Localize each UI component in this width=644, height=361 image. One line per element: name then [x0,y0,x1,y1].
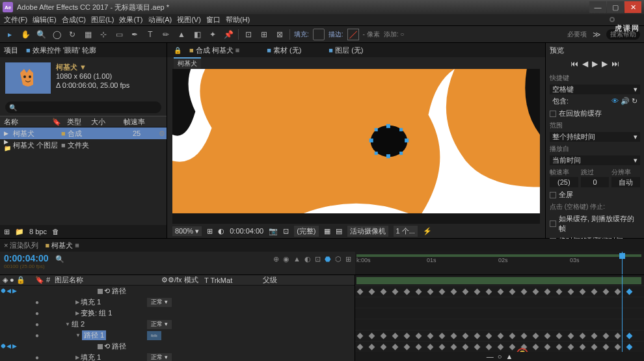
text-tool-icon[interactable]: T [144,29,156,40]
align-icon[interactable]: ⊡ [243,29,254,40]
fill-swatch[interactable] [313,29,325,40]
stroke-swatch[interactable] [347,29,359,40]
kf-row[interactable] [355,297,644,308]
col-trkmat[interactable]: T TrkMat [204,276,263,284]
last-frame-icon[interactable]: ⏭ [611,59,619,68]
col-fps[interactable]: 帧速率 [124,117,156,127]
comp-thumbnail[interactable] [5,62,51,94]
trash-icon[interactable]: 🗑 [52,228,59,235]
col-type[interactable]: 🔖 类型 [52,117,91,127]
fast-preview-icon[interactable]: ⚡ [423,227,432,235]
zoom-out-icon[interactable]: — [487,353,494,360]
timecode[interactable]: 0:00:04:00 [4,253,49,263]
comp-viewer[interactable] [172,69,540,224]
col-name[interactable]: 名称 [0,117,52,127]
snapshot-icon[interactable]: 📷 [269,227,278,235]
menu-edit[interactable]: 编辑(E) [31,14,58,25]
menu-comp[interactable]: 合成(C) [60,14,87,25]
roto-tool-icon[interactable]: ✦ [207,29,219,40]
tl-icon[interactable]: ◉ [283,255,289,263]
camera-tool-icon[interactable]: ▦ [82,29,94,40]
tab-render-queue[interactable]: × 渲染队列 [4,241,38,250]
res-dropdown[interactable]: 自动 [611,177,640,187]
zoom-slider[interactable]: ○ [498,353,502,360]
region-icon[interactable]: ⊡ [283,227,289,235]
channel-icon[interactable]: ◐ [218,227,224,235]
menu-anim[interactable]: 动画(A) [147,14,174,25]
col-mode[interactable]: ⚙⚙/fx 模式 [139,275,204,285]
grid-icon[interactable]: ⊠ [274,29,286,40]
kf-row[interactable] [355,341,644,353]
include-overlay-icon[interactable]: ↻ [632,97,637,105]
timeline-row[interactable]: ◀▶ ⟲ 路径 [0,286,355,297]
zoom-tool-icon[interactable]: 🔍 [35,29,47,40]
menu-layer[interactable]: 图层(L) [90,14,115,25]
workspace-icon[interactable]: ≫ [591,29,602,40]
interpret-icon[interactable]: ⊞ [4,228,10,236]
camera-dropdown[interactable]: 活动摄像机 [347,226,388,237]
col-size[interactable]: 大小 [91,117,124,127]
timeline-row[interactable]: ● ▼路径 1 ≈≈ [0,330,355,341]
time-display[interactable]: 0:00:04:00 [230,227,263,235]
project-search[interactable]: 🔍 [5,101,161,113]
timeline-row[interactable]: ◀▶ ⟲ 路径 [0,341,355,352]
fps-dropdown[interactable]: (25) [550,177,578,187]
tl-icon[interactable]: ⊡ [315,255,321,263]
fullscreen-checkbox[interactable]: 全屏 [550,190,640,200]
play-icon[interactable]: ▶ [592,59,598,68]
tab-footage[interactable]: ■ 素材 (无) [264,46,304,55]
selection-tool-icon[interactable]: ▸ [4,29,16,40]
timeline-row[interactable]: ● ▶填充 1 正常 ▾ [0,297,355,308]
current-time-indicator[interactable] [622,252,623,274]
tab-comp[interactable]: ■ 合成 柯基犬 ≡ [187,46,242,55]
timeline-row[interactable]: ● ▶填充 1 正常 ▾ [0,352,355,361]
guides-icon[interactable]: ▦ [324,227,330,235]
kf-row[interactable] [355,319,644,330]
rotate-tool-icon[interactable]: ↻ [66,29,78,40]
menu-effect[interactable]: 效果(T) [118,14,144,25]
brush-tool-icon[interactable]: ✏ [160,29,172,40]
range-dropdown[interactable]: 整个持续时间▾ [550,132,640,142]
tab-timeline-comp[interactable]: ■ 柯基犬 ≡ [45,241,79,250]
skip-dropdown[interactable]: 0 [581,177,610,187]
tl-icon[interactable]: ▲ [293,255,301,263]
first-frame-icon[interactable]: ⏮ [570,59,578,68]
tab-layer[interactable]: ■ 图层 (无) [326,46,366,55]
pen-tool-icon[interactable]: ✒ [129,29,141,40]
kf-row[interactable] [355,286,644,297]
include-video-icon[interactable]: 👁 [611,97,619,105]
project-row-comp[interactable]: ▶ 柯基犬 ■ 合成 25 ⚙ [0,127,167,139]
kf-row[interactable] [355,330,644,341]
eraser-tool-icon[interactable]: ◧ [191,29,203,40]
search-timeline-icon[interactable]: 🔍 [55,255,64,263]
workspace-label[interactable]: 必要项 [567,30,587,39]
menu-view[interactable]: 视图(V) [176,14,202,25]
close-button[interactable]: ✕ [624,1,641,13]
tl-icon[interactable]: ⊞ [345,255,351,263]
views-dropdown[interactable]: 1 个... [394,226,418,237]
new-folder-icon[interactable]: 📁 [15,228,24,236]
hand-tool-icon[interactable]: ✋ [20,29,31,40]
menu-help[interactable]: 帮助(H) [224,14,251,25]
add-label[interactable]: 添加: ○ [384,30,405,39]
minimize-button[interactable]: — [589,1,606,13]
stamp-tool-icon[interactable]: ▲ [176,29,187,40]
tl-icon[interactable]: ⊕ [273,255,279,263]
bpc-button[interactable]: 8 bpc [29,228,47,235]
timeline-row[interactable]: ● ▼组 2 正常 ▾ [0,319,355,330]
project-row-folder[interactable]: ▶📁 柯基犬 个图层 ■ 文件夹 [0,139,167,151]
anchor-tool-icon[interactable]: ⊹ [98,29,109,40]
maximize-button[interactable]: ▢ [607,1,624,13]
include-audio-icon[interactable]: 🔊 [621,97,630,105]
tl-icon[interactable]: ⬡ [335,255,342,263]
next-frame-icon[interactable]: ▶ [602,59,608,68]
tab-project[interactable]: 项目 [4,46,18,55]
tl-icon[interactable]: ⬣ [325,255,331,263]
comp-breadcrumb[interactable]: 柯基犬 [174,57,201,69]
col-layer[interactable]: 🔖 # 图层名称 [35,275,139,285]
opt1-checkbox[interactable]: 如果缓存, 则播放缓存的帧 [550,214,640,234]
tab-effect-controls[interactable]: ■ 效果控件 '眼睛' 轮廓 [26,46,96,55]
grid-icon[interactable]: ▤ [336,227,342,235]
zoom-in-icon[interactable]: ▲ [505,353,513,360]
kf-row[interactable] [355,308,644,319]
